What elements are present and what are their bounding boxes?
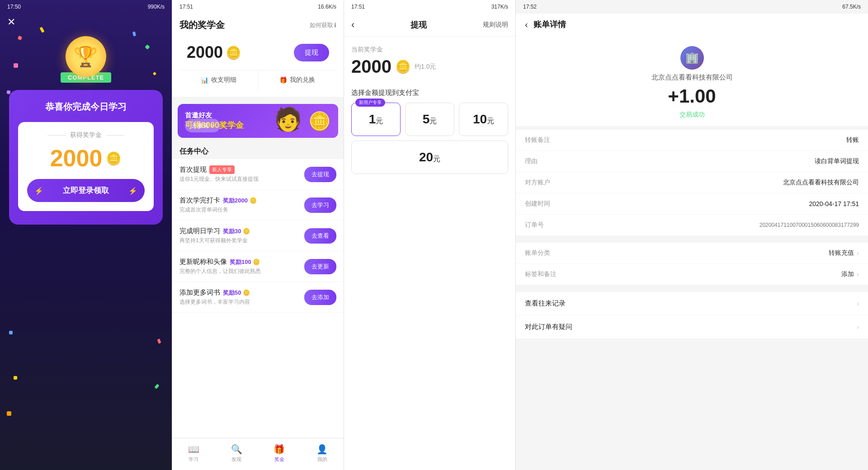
current-label: 当前奖学金 bbox=[351, 46, 508, 54]
task-btn-5[interactable]: 去添加 bbox=[304, 290, 336, 305]
detail-row-tag[interactable]: 标签和备注 添加 › bbox=[516, 264, 868, 285]
task-desc-5: 选择更多词书，丰富学习内容 bbox=[179, 298, 300, 306]
invite-button[interactable]: 去邀请 > bbox=[185, 119, 220, 132]
task-title-1: 首次提现 新人专享 bbox=[179, 165, 300, 174]
nav-bonus[interactable]: 🎁 奖金 bbox=[258, 442, 301, 465]
purple-card: 恭喜你完成今日学习 获得奖学金 2000 🪙 ⚡ 立即登录领取 ⚡ bbox=[9, 90, 163, 225]
nav-study[interactable]: 📖 学习 bbox=[172, 442, 215, 465]
confetti-4 bbox=[132, 31, 136, 36]
task-item-1: 首次提现 新人专享 送你1元现金、快来试试直接提现 去提现 bbox=[172, 159, 344, 190]
task-info-5: 添加更多词书 奖励50 🪙 选择更多词书，丰富学习内容 bbox=[179, 288, 300, 306]
balance-row: 2000 🪙 提现 bbox=[179, 38, 336, 66]
task-btn-2[interactable]: 去学习 bbox=[304, 197, 336, 213]
reward-label: 获得奖学金 bbox=[47, 131, 124, 139]
confetti-10 bbox=[154, 384, 159, 389]
time-1: 17:50 bbox=[7, 4, 21, 10]
chevron-right-icon-3: › bbox=[857, 300, 859, 308]
confetti-9 bbox=[14, 376, 17, 380]
confetti-11 bbox=[7, 411, 11, 416]
detail-row-category[interactable]: 账单分类 转账充值 › bbox=[516, 243, 868, 264]
close-button[interactable]: ✕ bbox=[7, 16, 15, 28]
detail-row-order: 订单号 202004171100700015060600083177299 bbox=[516, 215, 868, 235]
amount-grid: 新用户专享 1元 5元 10元 20元 bbox=[351, 103, 508, 174]
back-arrow-4[interactable]: ‹ bbox=[525, 19, 528, 30]
discover-icon: 🔍 bbox=[231, 444, 242, 455]
panel4-header: ‹ 账单详情 bbox=[516, 14, 868, 35]
task-title-5: 添加更多词书 奖励50 🪙 bbox=[179, 288, 300, 297]
withdraw-button[interactable]: 提现 bbox=[294, 44, 329, 61]
ledger-btn[interactable]: 📊 收支明细 bbox=[179, 70, 258, 89]
task-btn-1[interactable]: 去提现 bbox=[304, 167, 336, 182]
confetti-7 bbox=[9, 331, 13, 334]
balance-card: 2000 🪙 提现 📊 收支明细 🎁 我的兑换 bbox=[172, 31, 344, 97]
confetti-8 bbox=[157, 338, 161, 343]
task-info-3: 完成明日学习 奖励30 🪙 再坚持1天可获得额外奖学金 bbox=[179, 227, 300, 244]
amount-option-1[interactable]: 新用户专享 1元 bbox=[351, 103, 401, 136]
page-title-2: 我的奖学金 bbox=[179, 19, 225, 31]
select-amount-section: 选择金额提现到支付宝 新用户专享 1元 5元 10元 20元 bbox=[344, 81, 515, 181]
task-btn-4[interactable]: 去更新 bbox=[304, 259, 336, 274]
confetti-5 bbox=[14, 63, 18, 68]
status-bar-2: 17:51 16.6K/s bbox=[172, 0, 344, 14]
task-list: 首次提现 新人专享 送你1元现金、快来试试直接提现 去提现 首次学完打卡 奖励2… bbox=[172, 159, 344, 438]
coin-icon-3: 🪙 bbox=[395, 59, 411, 74]
amount-option-10[interactable]: 10元 bbox=[459, 103, 508, 136]
rules-link[interactable]: 规则说明 bbox=[483, 21, 508, 29]
profile-icon: 👤 bbox=[316, 444, 328, 455]
coin-icon: 🪙 bbox=[106, 151, 122, 166]
balance-amount: 2000 🪙 bbox=[187, 43, 241, 62]
gift-icon: 🎁 bbox=[279, 76, 287, 84]
speed-4: 67.5K/s bbox=[842, 4, 861, 10]
section-row-dispute[interactable]: 对此订单有疑问 › bbox=[516, 315, 868, 338]
new-user-badge: 新用户专享 bbox=[355, 99, 385, 107]
detail-row-account: 对方账户 北京点点看看科技有限公司 bbox=[516, 172, 868, 193]
exchange-btn[interactable]: 🎁 我的兑换 bbox=[258, 70, 336, 89]
how-to-earn-link[interactable]: 如何获取 ℹ bbox=[310, 21, 336, 29]
task-desc-2: 完成首次背单词任务 bbox=[179, 206, 300, 214]
confetti-3 bbox=[145, 44, 150, 49]
task-btn-3[interactable]: 去查看 bbox=[304, 228, 336, 244]
detail-row-remark: 转账备注 转账 bbox=[516, 130, 868, 151]
panel-withdraw: 17:51 317K/s ‹ 提现 规则说明 当前奖学金 2000 🪙 约1.0… bbox=[344, 0, 515, 470]
section-group-links: 查看往来记录 › 对此订单有疑问 › bbox=[516, 292, 868, 338]
nav-profile[interactable]: 👤 我的 bbox=[301, 442, 344, 465]
task-desc-3: 再坚持1天可获得额外奖学金 bbox=[179, 237, 300, 244]
reward-badge-5: 奖励50 🪙 bbox=[223, 289, 250, 297]
status-bar-1: 17:50 990K/s bbox=[0, 0, 172, 14]
congrats-text: 恭喜你完成今日学习 bbox=[45, 101, 127, 113]
panel-completion: 17:50 990K/s ✕ 🏆 COMPLETE 恭喜你完成今日学习 获得奖学… bbox=[0, 0, 172, 470]
section-row-history[interactable]: 查看往来记录 › bbox=[516, 292, 868, 315]
chevron-right-icon-1: › bbox=[857, 249, 859, 257]
new-badge-1: 新人专享 bbox=[209, 165, 235, 174]
balance-actions: 📊 收支明细 🎁 我的兑换 bbox=[179, 70, 336, 89]
bonus-icon: 🎁 bbox=[274, 444, 285, 455]
amount-option-20[interactable]: 20元 bbox=[351, 141, 508, 174]
nav-discover[interactable]: 🔍 发现 bbox=[215, 442, 258, 465]
invite-figure-icon: 🧑 bbox=[274, 106, 302, 132]
time-3: 17:51 bbox=[351, 4, 365, 10]
back-btn-3[interactable]: ‹ bbox=[351, 19, 354, 31]
transaction-title: 账单详情 bbox=[533, 19, 566, 30]
study-icon: 📖 bbox=[188, 444, 199, 455]
approx-value: 约1.0元 bbox=[415, 63, 436, 71]
chevron-right-icon-2: › bbox=[857, 270, 859, 278]
confetti-2 bbox=[39, 27, 44, 33]
panel-wallet: 17:51 16.6K/s 我的奖学金 如何获取 ℹ 2000 🪙 提现 📊 收… bbox=[172, 0, 344, 470]
status-bar-3: 17:51 317K/s bbox=[344, 0, 515, 14]
time-2: 17:51 bbox=[179, 4, 193, 10]
amount-option-5[interactable]: 5元 bbox=[405, 103, 454, 136]
speed-2: 16.6K/s bbox=[318, 4, 336, 10]
ledger-icon: 📊 bbox=[201, 76, 208, 84]
confetti-1 bbox=[18, 36, 22, 40]
bolt-left-icon: ⚡ bbox=[34, 186, 43, 195]
task-title-2: 首次学完打卡 奖励2000 🪙 bbox=[179, 196, 300, 205]
coins-icon: 🪙 bbox=[308, 110, 331, 132]
task-item-5: 添加更多词书 奖励50 🪙 选择更多词书，丰富学习内容 去添加 bbox=[172, 282, 344, 313]
task-title-3: 完成明日学习 奖励30 🪙 bbox=[179, 227, 300, 235]
detail-card-1: 转账备注 转账 理由 读白背单词提现 对方账户 北京点点看看科技有限公司 创建时… bbox=[516, 130, 868, 235]
detail-row-time: 创建时间 2020-04-17 17:51 bbox=[516, 193, 868, 215]
claim-button[interactable]: ⚡ 立即登录领取 ⚡ bbox=[27, 179, 145, 202]
time-4: 17:52 bbox=[523, 4, 537, 10]
reward-badge-2: 奖励2000 🪙 bbox=[223, 197, 257, 205]
detail-card-2: 账单分类 转账充值 › 标签和备注 添加 › bbox=[516, 243, 868, 285]
